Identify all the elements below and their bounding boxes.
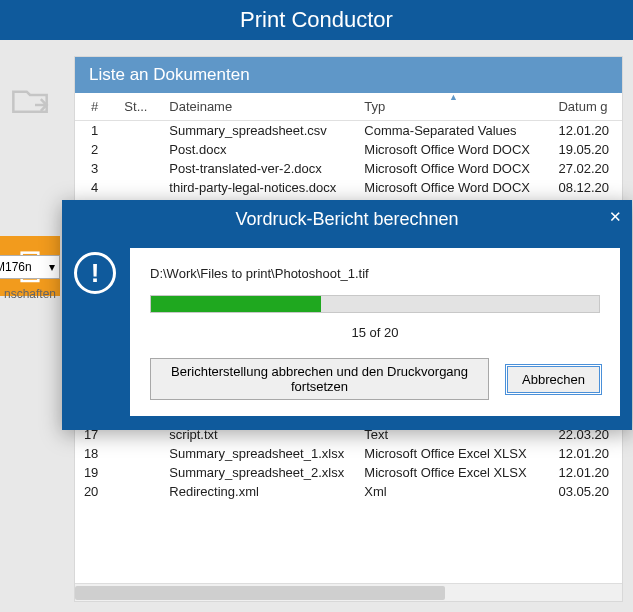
cell-date: 27.02.20 — [550, 159, 622, 178]
progress-bar — [150, 295, 600, 313]
cell-num: 19 — [75, 463, 116, 482]
cell-filename: Summary_spreadsheet_2.xlsx — [161, 463, 356, 482]
cell-type: Microsoft Office Word DOCX — [356, 159, 550, 178]
sidebar: M176n ▾ nschaften — [0, 40, 60, 612]
col-date[interactable]: Datum g — [550, 93, 622, 121]
cell-type: Comma-Separated Values — [356, 121, 550, 141]
cell-date: 12.01.20 — [550, 444, 622, 463]
cell-date: 08.12.20 — [550, 178, 622, 197]
table-row[interactable]: 2Post.docxMicrosoft Office Word DOCX19.0… — [75, 140, 622, 159]
dialog-titlebar: Vordruck-Bericht berechnen ✕ — [62, 200, 632, 238]
table-row[interactable]: 4third-party-legal-notices.docxMicrosoft… — [75, 178, 622, 197]
add-files-button[interactable] — [0, 70, 60, 130]
cell-type: Xml — [356, 482, 550, 501]
cell-num: 18 — [75, 444, 116, 463]
cell-filename: Redirecting.xml — [161, 482, 356, 501]
progress-fill — [151, 296, 321, 312]
cell-status — [116, 159, 161, 178]
cell-date: 19.05.20 — [550, 140, 622, 159]
cell-filename: third-party-legal-notices.docx — [161, 178, 356, 197]
progress-text: 15 of 20 — [150, 325, 600, 340]
scrollbar-thumb[interactable] — [75, 586, 445, 600]
horizontal-scrollbar[interactable] — [75, 583, 622, 601]
cell-status — [116, 463, 161, 482]
printer-select[interactable]: M176n ▾ — [0, 255, 60, 279]
cell-status — [116, 178, 161, 197]
sidebar-label: nschaften — [0, 285, 60, 303]
app-title: Print Conductor — [240, 7, 393, 33]
dialog-title: Vordruck-Bericht berechnen — [235, 209, 458, 230]
cell-date: 03.05.20 — [550, 482, 622, 501]
sort-indicator-icon: ▲ — [449, 93, 458, 102]
cell-num: 2 — [75, 140, 116, 159]
cell-status — [116, 140, 161, 159]
table-row[interactable]: 1Summary_spreadsheet.csvComma-Separated … — [75, 121, 622, 141]
cancel-button[interactable]: Abbrechen — [507, 366, 600, 393]
table-row[interactable]: 19Summary_spreadsheet_2.xlsxMicrosoft Of… — [75, 463, 622, 482]
chevron-down-icon: ▾ — [49, 260, 55, 274]
app-titlebar: Print Conductor — [0, 0, 633, 40]
table-row[interactable]: 20Redirecting.xmlXml03.05.20 — [75, 482, 622, 501]
col-type[interactable]: ▲Typ — [356, 93, 550, 121]
cell-filename: Post.docx — [161, 140, 356, 159]
cell-num: 3 — [75, 159, 116, 178]
cell-type: Microsoft Office Word DOCX — [356, 140, 550, 159]
cell-filename: Post-translated-ver-2.docx — [161, 159, 356, 178]
cell-num: 1 — [75, 121, 116, 141]
cell-type: Microsoft Office Word DOCX — [356, 178, 550, 197]
cell-status — [116, 482, 161, 501]
col-filename[interactable]: Dateiname — [161, 93, 356, 121]
col-number[interactable]: # — [75, 93, 116, 121]
table-row[interactable]: 3Post-translated-ver-2.docxMicrosoft Off… — [75, 159, 622, 178]
panel-title: Liste an Dokumenten — [75, 57, 622, 93]
cell-num: 4 — [75, 178, 116, 197]
current-file-path: D:\Work\Files to print\Photoshoot_1.tif — [150, 266, 600, 281]
cell-status — [116, 121, 161, 141]
cell-type: Microsoft Office Excel XLSX — [356, 463, 550, 482]
col-status[interactable]: St... — [116, 93, 161, 121]
info-icon: ! — [74, 252, 116, 294]
cell-filename: Summary_spreadsheet_1.xlsx — [161, 444, 356, 463]
table-row[interactable]: 18Summary_spreadsheet_1.xlsxMicrosoft Of… — [75, 444, 622, 463]
close-icon[interactable]: ✕ — [609, 208, 622, 226]
cell-date: 12.01.20 — [550, 121, 622, 141]
cell-filename: Summary_spreadsheet.csv — [161, 121, 356, 141]
cell-date: 12.01.20 — [550, 463, 622, 482]
continue-print-button[interactable]: Berichterstellung abbrechen und den Druc… — [150, 358, 489, 400]
cell-num: 20 — [75, 482, 116, 501]
printer-select-value: M176n — [0, 260, 32, 274]
cell-status — [116, 444, 161, 463]
cell-type: Microsoft Office Excel XLSX — [356, 444, 550, 463]
progress-dialog: Vordruck-Bericht berechnen ✕ ! D:\Work\F… — [62, 200, 632, 430]
